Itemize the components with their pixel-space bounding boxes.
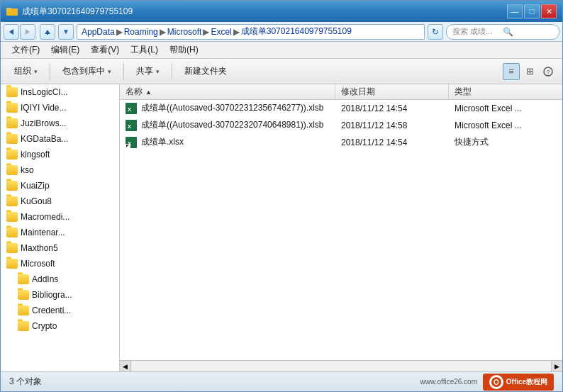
nav-item-crypto[interactable]: Crypto bbox=[1, 318, 119, 334]
search-icon[interactable]: 🔍 bbox=[503, 27, 553, 37]
path-current[interactable]: 成绩单307021640979755109 bbox=[241, 26, 352, 38]
address-bar: ▼ AppData ▶ Roaming ▶ Microsoft ▶ Excel … bbox=[1, 22, 562, 42]
nav-label-macromedi: Macromedi... bbox=[21, 212, 69, 222]
office-logo: O Office教程网 bbox=[483, 374, 554, 391]
nav-item-juzibrows[interactable]: JuziBrows... bbox=[1, 116, 119, 131]
path-excel[interactable]: Excel bbox=[211, 27, 231, 37]
organize-label: 组织 bbox=[14, 65, 31, 77]
nav-item-macromedi[interactable]: Macromedi... bbox=[1, 209, 119, 225]
recent-button[interactable]: ▼ bbox=[58, 24, 74, 40]
folder-icon-kuaizip bbox=[6, 181, 18, 191]
window-icon bbox=[6, 6, 18, 17]
nav-item-maxthon5[interactable]: Maxthon5 bbox=[1, 240, 119, 256]
up-button[interactable] bbox=[40, 24, 55, 40]
right-pane: 名称 ▲ 修改日期 类型 bbox=[120, 84, 562, 371]
file-row-1[interactable]: x 成绩单((Autosaved-307022312356746277)).xl… bbox=[120, 100, 562, 117]
file-date-3: 2018/11/12 14:54 bbox=[335, 138, 449, 147]
nav-label-kso: kso bbox=[21, 165, 34, 175]
svg-rect-1 bbox=[6, 10, 18, 16]
nav-item-kugou8[interactable]: KuGou8 bbox=[1, 194, 119, 209]
nav-item-addins[interactable]: AddIns bbox=[1, 271, 119, 287]
nav-label-inslogic: InsLogicCI... bbox=[21, 87, 68, 97]
window-title: 成绩单307021640979755109 bbox=[22, 6, 133, 18]
folder-icon-addins bbox=[18, 274, 29, 284]
nav-pane: InsLogicCI... IQIYI Vide... JuziBrows...… bbox=[1, 84, 120, 371]
folder-icon-kugou8 bbox=[6, 196, 18, 206]
file-date-2: 2018/11/12 14:58 bbox=[335, 121, 449, 130]
scroll-left-button[interactable]: ◀ bbox=[120, 361, 131, 372]
toolbar: 组织 ▾ 包含到库中 ▾ 共享 ▾ 新建文件夹 ≡ ⊞ ? bbox=[1, 59, 562, 84]
nav-label-addins: AddIns bbox=[32, 274, 58, 284]
include-button[interactable]: 包含到库中 ▾ bbox=[55, 62, 119, 82]
nav-label-iqiyi: IQIYI Vide... bbox=[21, 103, 66, 113]
minimize-button[interactable]: — bbox=[507, 4, 523, 18]
menu-help[interactable]: 帮助(H) bbox=[164, 43, 204, 58]
title-bar: 成绩单307021640979755109 — □ ✕ bbox=[1, 1, 562, 22]
main-content: InsLogicCI... IQIYI Vide... JuziBrows...… bbox=[1, 84, 562, 371]
excel-icon-2: x bbox=[126, 120, 137, 131]
nav-item-kgdataba[interactable]: KGDataBa... bbox=[1, 131, 119, 147]
nav-buttons bbox=[4, 24, 35, 40]
view-grid-button[interactable]: ⊞ bbox=[521, 63, 538, 80]
forward-button[interactable] bbox=[20, 24, 35, 40]
file-row-2[interactable]: x 成绩单((Autosaved-307022320740648981)).xl… bbox=[120, 117, 562, 134]
share-button[interactable]: 共享 ▾ bbox=[128, 62, 167, 82]
file-cell-name-3: x 成绩单.xlsx bbox=[120, 136, 335, 148]
nav-label-kgdataba: KGDataBa... bbox=[21, 134, 68, 144]
file-name-1: 成绩单((Autosaved-307022312356746277)).xlsb bbox=[141, 102, 324, 114]
col-header-name[interactable]: 名称 ▲ bbox=[120, 84, 335, 99]
back-button[interactable] bbox=[4, 24, 19, 40]
nav-item-iqiyi[interactable]: IQIYI Vide... bbox=[1, 100, 119, 116]
file-row-3[interactable]: x 成绩单.xlsx 2018/11/12 14:54 快捷方式 bbox=[120, 134, 562, 151]
nav-item-inslogic[interactable]: InsLogicCI... bbox=[1, 84, 119, 100]
nav-item-credenti[interactable]: Credenti... bbox=[1, 303, 119, 318]
nav-label-credenti: Credenti... bbox=[32, 306, 71, 315]
column-header: 名称 ▲ 修改日期 类型 bbox=[120, 84, 562, 100]
shortcut-icon-3: x bbox=[126, 137, 137, 148]
file-name-2: 成绩单((Autosaved-307022320740648981)).xlsb bbox=[141, 119, 324, 131]
nav-item-microsoft[interactable]: Microsoft bbox=[1, 256, 119, 271]
scroll-track[interactable] bbox=[131, 361, 551, 372]
nav-label-kuaizip: KuaiZip bbox=[21, 181, 50, 191]
folder-icon-credenti bbox=[18, 306, 29, 315]
new-folder-button[interactable]: 新建文件夹 bbox=[177, 62, 235, 82]
view-list-button[interactable]: ≡ bbox=[503, 63, 520, 80]
nav-item-kingsoft[interactable]: kingsoft bbox=[1, 147, 119, 162]
col-header-date[interactable]: 修改日期 bbox=[335, 84, 449, 99]
nav-label-bibliogra: Bibliogra... bbox=[32, 290, 72, 300]
svg-text:x: x bbox=[128, 106, 131, 113]
folder-icon-maintenar bbox=[6, 228, 18, 237]
folder-icon-inslogic bbox=[6, 87, 18, 97]
sort-indicator: ▲ bbox=[145, 89, 152, 96]
menu-tools[interactable]: 工具(L) bbox=[125, 43, 164, 58]
address-path[interactable]: AppData ▶ Roaming ▶ Microsoft ▶ Excel ▶ … bbox=[77, 24, 425, 40]
scroll-right-button[interactable]: ▶ bbox=[551, 361, 562, 372]
path-appdata[interactable]: AppData bbox=[82, 27, 115, 37]
refresh-button[interactable]: ↻ bbox=[428, 24, 443, 40]
menu-file[interactable]: 文件(F) bbox=[6, 43, 45, 58]
svg-rect-6 bbox=[47, 33, 48, 35]
view-help-button[interactable]: ? bbox=[540, 63, 557, 80]
search-box[interactable]: 搜索 成绩... 🔍 bbox=[446, 24, 559, 40]
toolbar-separator-2 bbox=[123, 63, 124, 80]
col-header-type[interactable]: 类型 bbox=[449, 84, 562, 99]
menu-edit[interactable]: 编辑(E) bbox=[45, 43, 85, 58]
path-roaming[interactable]: Roaming bbox=[124, 27, 158, 37]
nav-item-kso[interactable]: kso bbox=[1, 162, 119, 178]
file-type-1: Microsoft Excel ... bbox=[449, 103, 562, 113]
svg-text:x: x bbox=[128, 123, 131, 130]
organize-button[interactable]: 组织 ▾ bbox=[6, 62, 45, 82]
path-microsoft[interactable]: Microsoft bbox=[167, 27, 202, 37]
menu-view[interactable]: 查看(V) bbox=[85, 43, 125, 58]
status-right: www.office26.com O Office教程网 bbox=[420, 374, 554, 391]
file-name-3: 成绩单.xlsx bbox=[141, 136, 184, 148]
nav-item-kuaizip[interactable]: KuaiZip bbox=[1, 178, 119, 194]
nav-item-maintenar[interactable]: Maintenar... bbox=[1, 225, 119, 240]
maximize-button[interactable]: □ bbox=[524, 4, 540, 18]
nav-item-bibliogra[interactable]: Bibliogra... bbox=[1, 287, 119, 303]
nav-label-kugou8: KuGou8 bbox=[21, 196, 52, 206]
close-button[interactable]: ✕ bbox=[541, 4, 557, 18]
file-type-2: Microsoft Excel ... bbox=[449, 121, 562, 130]
title-bar-controls: — □ ✕ bbox=[507, 4, 557, 18]
office-logo-icon: O bbox=[489, 375, 503, 389]
